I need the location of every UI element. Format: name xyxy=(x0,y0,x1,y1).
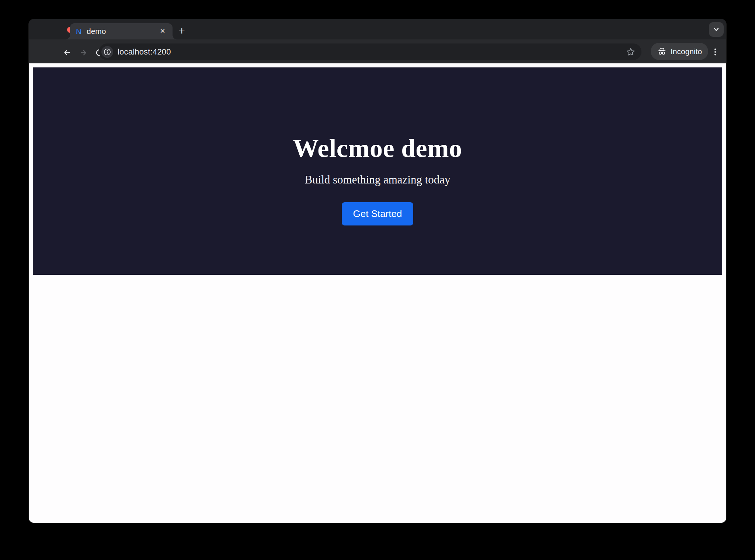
tab-strip: N demo × + xyxy=(29,19,726,39)
bookmark-button[interactable] xyxy=(625,46,636,57)
hero-title: Welcmoe demo xyxy=(293,134,462,163)
tab-demo[interactable]: N demo × xyxy=(70,23,173,39)
hero-section: Welcmoe demo Build something amazing tod… xyxy=(33,67,722,275)
forward-button[interactable] xyxy=(77,46,89,59)
hero-subtitle: Build something amazing today xyxy=(305,172,450,187)
back-arrow-icon xyxy=(62,47,73,58)
back-button[interactable] xyxy=(61,46,74,59)
url-text[interactable]: localhost:4200 xyxy=(118,47,625,57)
incognito-badge[interactable]: Incognito xyxy=(651,43,708,60)
tab-close-icon[interactable]: × xyxy=(157,26,168,37)
star-icon xyxy=(626,47,636,57)
incognito-label: Incognito xyxy=(671,47,702,56)
page-viewport: Welcmoe demo Build something amazing tod… xyxy=(29,63,726,523)
incognito-icon xyxy=(657,46,667,56)
info-icon xyxy=(103,48,111,56)
tab-search-button[interactable] xyxy=(709,22,724,37)
forward-arrow-icon xyxy=(77,47,88,58)
browser-window: N demo × + xyxy=(29,19,726,523)
kebab-menu-icon xyxy=(710,47,720,57)
tab-title: demo xyxy=(87,27,157,36)
address-bar[interactable]: localhost:4200 xyxy=(99,43,641,60)
browser-toolbar: localhost:4200 Incognito xyxy=(29,39,726,63)
site-info-chip[interactable] xyxy=(101,46,113,58)
browser-menu-button[interactable] xyxy=(709,45,722,59)
tab-favicon-icon: N xyxy=(74,27,83,35)
chevron-down-icon xyxy=(712,25,720,34)
new-tab-button[interactable]: + xyxy=(175,25,188,38)
get-started-button[interactable]: Get Started xyxy=(342,202,413,225)
